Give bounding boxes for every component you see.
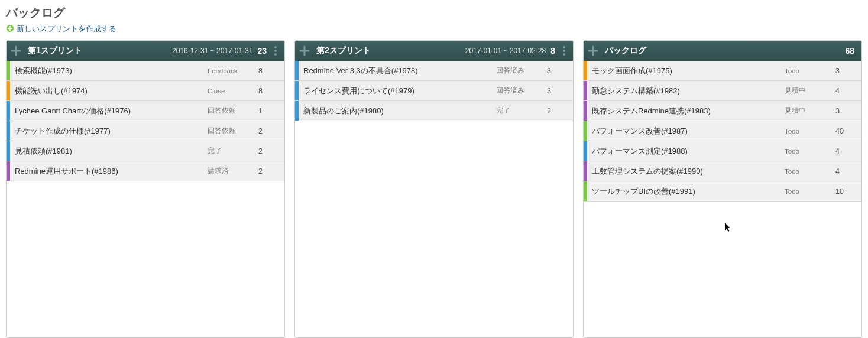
add-story-button[interactable]: [586, 44, 600, 58]
story-card[interactable]: ライセンス費用について(#1979)回答済み3: [295, 81, 573, 101]
sprint-column: 第1スプリント2016-12-31 ~ 2017-01-3123検索機能(#19…: [6, 40, 285, 338]
story-status: 見積中: [785, 86, 832, 95]
story-card[interactable]: モック画面作成(#1975)Todo3: [584, 61, 861, 81]
story-title: 機能洗い出し(#1974): [10, 86, 208, 96]
story-title: 見積依頼(#1981): [10, 146, 208, 157]
column-header: バックログ68: [584, 41, 861, 61]
story-card[interactable]: Redmine運用サポート(#1986)請求済2: [7, 161, 284, 181]
story-card[interactable]: チケット作成の仕様(#1977)回答依頼2: [7, 121, 284, 141]
story-status: Todo: [785, 67, 832, 74]
svg-point-2: [274, 50, 277, 52]
story-title: Lychee Gantt Chartの価格(#1976): [10, 106, 208, 116]
story-status: 回答済み: [496, 86, 543, 95]
story-status: 回答依頼: [208, 106, 255, 115]
column-date-range: 2017-01-01 ~ 2017-02-28: [465, 47, 546, 55]
add-story-button[interactable]: [297, 44, 312, 58]
story-status: 完了: [496, 106, 543, 115]
story-list: Redmine Ver 3.3の不具合(#1978)回答済み3ライセンス費用につ…: [295, 61, 573, 337]
story-status: 回答済み: [496, 66, 543, 75]
column-total-points: 68: [845, 46, 854, 56]
page-title: バックログ: [6, 5, 862, 21]
story-points: 4: [832, 167, 861, 176]
story-card[interactable]: ツールチップUIの改善(#1991)Todo10: [584, 181, 861, 202]
story-title: パフォーマンス改善(#1987): [587, 126, 785, 136]
story-title: 新製品のご案内(#1980): [299, 106, 496, 116]
svg-point-1: [274, 46, 277, 48]
column-title: 第2スプリント: [316, 46, 371, 56]
svg-point-4: [563, 46, 565, 48]
story-title: 検索機能(#1973): [10, 66, 208, 76]
sprint-column: 第2スプリント2017-01-01 ~ 2017-02-288Redmine V…: [294, 40, 574, 338]
column-header: 第1スプリント2016-12-31 ~ 2017-01-3123: [7, 41, 284, 61]
story-status: Todo: [785, 168, 832, 175]
story-status: 回答依頼: [208, 126, 255, 135]
story-points: 3: [543, 87, 573, 95]
story-title: ライセンス費用について(#1979): [299, 86, 496, 96]
story-points: 8: [255, 67, 284, 75]
story-title: ツールチップUIの改善(#1991): [587, 186, 785, 197]
story-points: 2: [543, 107, 573, 115]
new-sprint-label: 新しいスプリントを作成する: [17, 24, 116, 34]
story-status: 請求済: [208, 167, 255, 176]
story-points: 10: [832, 187, 861, 196]
story-status: 完了: [208, 147, 255, 155]
column-date-range: 2016-12-31 ~ 2017-01-31: [172, 47, 252, 55]
story-title: 既存システムRedmine連携(#1983): [587, 106, 785, 116]
story-points: 4: [832, 87, 861, 95]
svg-point-5: [563, 50, 565, 52]
story-card[interactable]: Lychee Gantt Chartの価格(#1976)回答依頼1: [7, 101, 284, 121]
story-points: 4: [832, 147, 861, 155]
story-title: Redmine運用サポート(#1986): [10, 166, 208, 177]
story-status: Todo: [785, 188, 832, 195]
story-card[interactable]: 新製品のご案内(#1980)完了2: [295, 101, 573, 121]
story-status: Feedback: [208, 67, 255, 74]
story-status: Todo: [785, 128, 832, 135]
story-points: 8: [255, 87, 284, 95]
story-title: 工数管理システムの提案(#1990): [587, 166, 785, 177]
story-card[interactable]: パフォーマンス測定(#1988)Todo4: [584, 141, 861, 161]
sprint-column: バックログ68モック画面作成(#1975)Todo3勤怠システム構築(#1982…: [583, 40, 862, 338]
story-card[interactable]: パフォーマンス改善(#1987)Todo40: [584, 121, 861, 141]
svg-point-6: [563, 53, 565, 56]
column-title: 第1スプリント: [28, 46, 82, 56]
story-title: モック画面作成(#1975): [587, 66, 785, 76]
column-total-points: 23: [257, 46, 267, 56]
story-status: 見積中: [785, 106, 832, 115]
new-sprint-link[interactable]: 新しいスプリントを作成する: [6, 24, 116, 34]
story-list: 検索機能(#1973)Feedback8機能洗い出し(#1974)Close8L…: [7, 61, 284, 337]
story-title: チケット作成の仕様(#1977): [10, 126, 208, 136]
story-points: 2: [255, 127, 284, 135]
story-card[interactable]: 既存システムRedmine連携(#1983)見積中3: [584, 101, 861, 121]
story-card[interactable]: 機能洗い出し(#1974)Close8: [7, 81, 284, 101]
add-circle-icon: [6, 24, 14, 34]
column-title: バックログ: [605, 46, 646, 56]
column-menu-button[interactable]: [559, 46, 569, 56]
story-points: 40: [832, 127, 861, 135]
story-points: 3: [832, 107, 861, 115]
story-card[interactable]: 見積依頼(#1981)完了2: [7, 141, 284, 161]
story-card[interactable]: 検索機能(#1973)Feedback8: [7, 61, 284, 81]
story-status: Todo: [785, 148, 832, 155]
story-points: 2: [255, 147, 284, 155]
story-title: パフォーマンス測定(#1988): [587, 146, 785, 157]
add-story-button[interactable]: [9, 44, 23, 58]
backlog-board: 第1スプリント2016-12-31 ~ 2017-01-3123検索機能(#19…: [6, 40, 862, 338]
column-total-points: 8: [550, 46, 555, 56]
story-status: Close: [208, 87, 255, 95]
story-points: 2: [255, 167, 284, 176]
column-header: 第2スプリント2017-01-01 ~ 2017-02-288: [295, 41, 573, 61]
story-points: 3: [832, 67, 861, 75]
story-title: Redmine Ver 3.3の不具合(#1978): [299, 66, 496, 76]
story-list: モック画面作成(#1975)Todo3勤怠システム構築(#1982)見積中4既存…: [584, 61, 861, 337]
story-points: 1: [255, 107, 284, 115]
story-card[interactable]: 勤怠システム構築(#1982)見積中4: [584, 81, 861, 101]
svg-point-3: [274, 53, 277, 56]
story-points: 3: [543, 67, 573, 75]
story-title: 勤怠システム構築(#1982): [587, 86, 785, 96]
column-menu-button[interactable]: [270, 46, 281, 56]
story-card[interactable]: 工数管理システムの提案(#1990)Todo4: [584, 161, 861, 181]
story-card[interactable]: Redmine Ver 3.3の不具合(#1978)回答済み3: [295, 61, 573, 81]
